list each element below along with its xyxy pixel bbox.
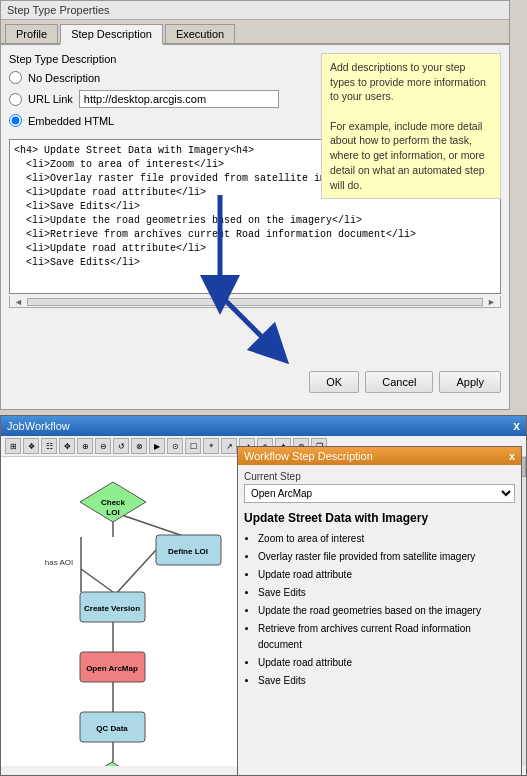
svg-text:LOI: LOI bbox=[106, 508, 119, 517]
tab-bar: Profile Step Description Execution bbox=[1, 20, 509, 45]
toolbar-icon-3[interactable]: ☷ bbox=[41, 438, 57, 454]
desc-heading: Update Street Data with Imagery bbox=[244, 511, 515, 525]
radio-no-description[interactable] bbox=[9, 71, 22, 84]
panel-title: Step Type Properties bbox=[1, 1, 509, 20]
horizontal-scrollbar[interactable]: ◄ ► bbox=[9, 296, 501, 308]
ok-button[interactable]: OK bbox=[309, 371, 359, 393]
svg-text:Create Version: Create Version bbox=[84, 604, 140, 613]
list-item: Save Edits bbox=[258, 585, 515, 601]
workflow-title-bar: JobWorkflow x bbox=[1, 416, 526, 436]
cancel-button[interactable]: Cancel bbox=[365, 371, 433, 393]
toolbar-icon-8[interactable]: ⊗ bbox=[131, 438, 147, 454]
svg-line-6 bbox=[81, 569, 113, 592]
radio-no-description-label: No Description bbox=[28, 72, 100, 84]
desc-panel-body: Current Step Open ArcMap Update Street D… bbox=[238, 465, 521, 697]
tooltip-box: Add descriptions to your step types to p… bbox=[321, 53, 501, 199]
toolbar-icon-7[interactable]: ↺ bbox=[113, 438, 129, 454]
svg-line-16 bbox=[113, 550, 156, 597]
workflow-title: JobWorkflow bbox=[7, 420, 70, 432]
list-item: Save Edits bbox=[258, 673, 515, 689]
h-scroll-track bbox=[27, 298, 483, 306]
toolbar-icon-11[interactable]: ☐ bbox=[185, 438, 201, 454]
toolbar-icon-6[interactable]: ⊖ bbox=[95, 438, 111, 454]
list-item: Zoom to area of interest bbox=[258, 531, 515, 547]
toolbar-icon-5[interactable]: ⊕ bbox=[77, 438, 93, 454]
list-item: Update road attribute bbox=[258, 655, 515, 671]
list-item: Update road attribute bbox=[258, 567, 515, 583]
radio-embedded-html[interactable] bbox=[9, 114, 22, 127]
current-step-label: Current Step bbox=[244, 471, 515, 482]
apply-button[interactable]: Apply bbox=[439, 371, 501, 393]
workflow-close-button[interactable]: x bbox=[513, 419, 520, 433]
desc-list: Zoom to area of interest Overlay raster … bbox=[244, 531, 515, 689]
radio-embedded-html-label: Embedded HTML bbox=[28, 115, 114, 127]
url-input[interactable] bbox=[79, 90, 279, 108]
toolbar-icon-2[interactable]: ❖ bbox=[23, 438, 39, 454]
svg-text:Open ArcMap: Open ArcMap bbox=[86, 664, 138, 673]
toolbar-icon-10[interactable]: ⊙ bbox=[167, 438, 183, 454]
desc-panel-title-bar: Workflow Step Description x bbox=[238, 447, 521, 465]
desc-panel-close-button[interactable]: x bbox=[509, 450, 515, 462]
toolbar-icon-1[interactable]: ⊞ bbox=[5, 438, 21, 454]
svg-text:has AOI: has AOI bbox=[45, 558, 73, 567]
list-item: Retrieve from archives current Road info… bbox=[258, 621, 515, 653]
tab-step-description[interactable]: Step Description bbox=[60, 24, 163, 45]
svg-text:QC Data: QC Data bbox=[96, 724, 128, 733]
step-type-properties-panel: Step Type Properties Profile Step Descri… bbox=[0, 0, 510, 410]
h-scroll-right-arrow[interactable]: ► bbox=[483, 297, 500, 307]
desc-panel-title: Workflow Step Description bbox=[244, 450, 373, 462]
toolbar-icon-4[interactable]: ✥ bbox=[59, 438, 75, 454]
tooltip-text: Add descriptions to your step types to p… bbox=[330, 61, 486, 191]
radio-url-label: URL Link bbox=[28, 93, 73, 105]
list-item: Update the road geometries based on the … bbox=[258, 603, 515, 619]
toolbar-icon-12[interactable]: ⌖ bbox=[203, 438, 219, 454]
button-row: OK Cancel Apply bbox=[1, 365, 509, 399]
current-step-select[interactable]: Open ArcMap bbox=[244, 484, 515, 503]
tab-profile[interactable]: Profile bbox=[5, 24, 58, 43]
list-item: Overlay raster file provided from satell… bbox=[258, 549, 515, 565]
panel-body: Add descriptions to your step types to p… bbox=[1, 45, 509, 316]
h-scroll-left-arrow[interactable]: ◄ bbox=[10, 297, 27, 307]
svg-marker-23 bbox=[79, 762, 145, 766]
svg-text:Define LOI: Define LOI bbox=[168, 547, 208, 556]
toolbar-icon-9[interactable]: ▶ bbox=[149, 438, 165, 454]
svg-text:Check: Check bbox=[101, 498, 126, 507]
radio-url-link[interactable] bbox=[9, 93, 22, 106]
toolbar-icon-13[interactable]: ↗ bbox=[221, 438, 237, 454]
workflow-step-description-panel: Workflow Step Description x Current Step… bbox=[237, 446, 522, 776]
tab-execution[interactable]: Execution bbox=[165, 24, 235, 43]
